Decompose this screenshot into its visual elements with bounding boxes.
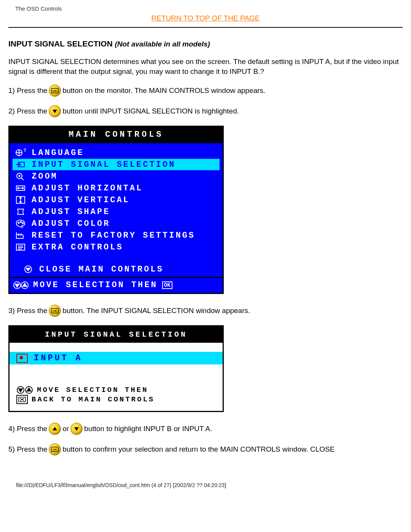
down-arrow-button-icon [49, 105, 61, 117]
iss-title: INPUT SIGNAL SELECTION [10, 326, 223, 343]
svg-marker-2 [53, 110, 57, 113]
up-arrow-button-icon [49, 423, 61, 435]
list-icon [15, 242, 26, 252]
svg-marker-16 [15, 284, 19, 287]
page-header-small: The OSD Controls [15, 5, 403, 12]
input-a-icon [16, 354, 28, 363]
svg-marker-18 [23, 283, 27, 286]
iss-footer: MOVE SELECTION THEN BACK TO MAIN CONTROL… [10, 384, 223, 411]
osd-footer: MOVE SELECTION THEN OK [10, 277, 223, 293]
step-4-text-c: button to highlight INPUT B or INPUT A. [84, 425, 212, 433]
ok-button-icon: OK [49, 305, 61, 317]
iss-input-a-row[interactable]: INPUT A [10, 352, 223, 364]
step-1: 1) Press the OK button on the monitor. T… [8, 85, 403, 97]
step-1-text-b: button on the monitor. The MAIN CONTROLS… [62, 86, 265, 95]
vertical-icon [15, 195, 26, 205]
osd-item-language[interactable]: ? LANGUAGE [13, 147, 220, 158]
osd-item-label: ZOOM [32, 172, 58, 181]
svg-point-10 [21, 222, 22, 223]
svg-text:OK: OK [53, 309, 57, 313]
svg-point-9 [18, 222, 19, 224]
horizontal-icon [15, 183, 26, 193]
shape-icon [15, 207, 26, 217]
globe-question-icon: ? [15, 148, 26, 158]
iss-selected-label: INPUT A [34, 353, 82, 363]
input-arrow-icon [15, 160, 26, 169]
svg-marker-14 [26, 268, 30, 271]
step-1-text-a: 1) Press the [8, 86, 47, 95]
iss-footer-line1: MOVE SELECTION THEN [37, 386, 148, 394]
footer-file-path: file:///D|/EDFU/LF3/lf3manual/english/OS… [8, 482, 403, 488]
osd-item-input-signal[interactable]: INPUT SIGNAL SELECTION [13, 159, 220, 170]
osd-item-label: EXTRA CONTROLS [32, 243, 123, 252]
osd-body: ? LANGUAGE INPUT SIGNAL SELECTION ZOOM A… [10, 143, 223, 277]
svg-text:OK: OK [53, 89, 57, 93]
svg-marker-24 [27, 388, 31, 391]
down-circle-icon [22, 264, 34, 274]
osd-item-label: ADJUST SHAPE [32, 207, 110, 217]
up-down-icon [16, 386, 33, 394]
step-4: 4) Press the or button to highlight INPU… [8, 423, 403, 435]
osd-close-main-controls[interactable]: CLOSE MAIN CONTROLS [13, 264, 220, 275]
osd-footer-text: MOVE SELECTION THEN [33, 280, 158, 290]
section-title-text: INPUT SIGNAL SELECTION [8, 39, 113, 48]
ok-cancel-box-icon [16, 395, 28, 404]
step-4-text-b: or [62, 425, 69, 433]
ok-button-icon: OK [49, 85, 61, 97]
osd-item-label: RESET TO FACTORY SETTINGS [32, 231, 195, 240]
svg-marker-22 [19, 389, 22, 392]
step-2-text-b: button until INPUT SIGNAL SELECTION is h… [62, 107, 239, 115]
osd-main-controls-panel: MAIN CONTROLS ? LANGUAGE INPUT SIGNAL SE… [8, 126, 224, 294]
step-4-text-a: 4) Press the [8, 425, 47, 433]
divider [8, 27, 403, 28]
return-top-link[interactable]: RETURN TO TOP OF THE PAGE [8, 14, 403, 22]
osd-item-label: ADJUST COLOR [32, 219, 110, 228]
osd-item-label: LANGUAGE [32, 148, 84, 158]
step-5: 5) Press the OK button to confirm your s… [8, 443, 403, 455]
ok-box-icon: OK [162, 281, 172, 289]
step-2: 2) Press the button until INPUT SIGNAL S… [8, 105, 403, 117]
factory-icon [15, 230, 26, 240]
section-title-note: (Not available in all models) [115, 40, 210, 48]
osd-item-adjust-shape[interactable]: ADJUST SHAPE [13, 206, 220, 217]
input-signal-selection-panel: INPUT SIGNAL SELECTION INPUT A MOVE SELE… [8, 325, 224, 412]
osd-item-adjust-vertical[interactable]: ADJUST VERTICAL [13, 194, 220, 206]
osd-item-zoom[interactable]: ZOOM [13, 171, 220, 182]
osd-item-adjust-horizontal[interactable]: ADJUST HORIZONTAL [13, 182, 220, 194]
palette-icon [15, 219, 26, 228]
osd-item-extra-controls[interactable]: EXTRA CONTROLS [13, 241, 220, 253]
osd-item-label: ADJUST HORIZONTAL [32, 184, 143, 193]
svg-marker-26 [53, 427, 57, 430]
step-3: 3) Press the OK button. The INPUT SIGNAL… [8, 305, 403, 317]
magnifier-icon [15, 171, 26, 181]
iss-footer-line2: BACK TO MAIN CONTROLS [32, 395, 155, 404]
up-down-icon [13, 281, 29, 290]
ok-button-icon: OK [49, 443, 61, 455]
step-5-text-a: 5) Press the [8, 445, 47, 454]
osd-item-adjust-color[interactable]: ADJUST COLOR [13, 218, 220, 229]
down-arrow-button-icon [70, 423, 83, 435]
step-5-text-b: button to confirm your selection and ret… [62, 445, 335, 454]
osd-item-label: INPUT SIGNAL SELECTION [32, 160, 175, 169]
osd-title: MAIN CONTROLS [10, 127, 223, 143]
step-2-text-a: 2) Press the [8, 107, 47, 115]
osd-close-label: CLOSE MAIN CONTROLS [39, 265, 164, 274]
step-3-text-b: button. The INPUT SIGNAL SELECTION windo… [62, 307, 250, 315]
svg-point-11 [22, 223, 24, 224]
section-heading: INPUT SIGNAL SELECTION (Not available in… [8, 39, 403, 48]
osd-item-label: ADJUST VERTICAL [32, 195, 130, 205]
step-3-text-a: 3) Press the [8, 307, 47, 315]
svg-text:?: ? [24, 148, 26, 153]
intro-paragraph: INPUT SIGNAL SELECTION determines what y… [8, 57, 403, 76]
svg-marker-27 [74, 427, 79, 431]
svg-text:OK: OK [53, 448, 57, 451]
osd-item-reset-factory[interactable]: RESET TO FACTORY SETTINGS [13, 230, 220, 241]
